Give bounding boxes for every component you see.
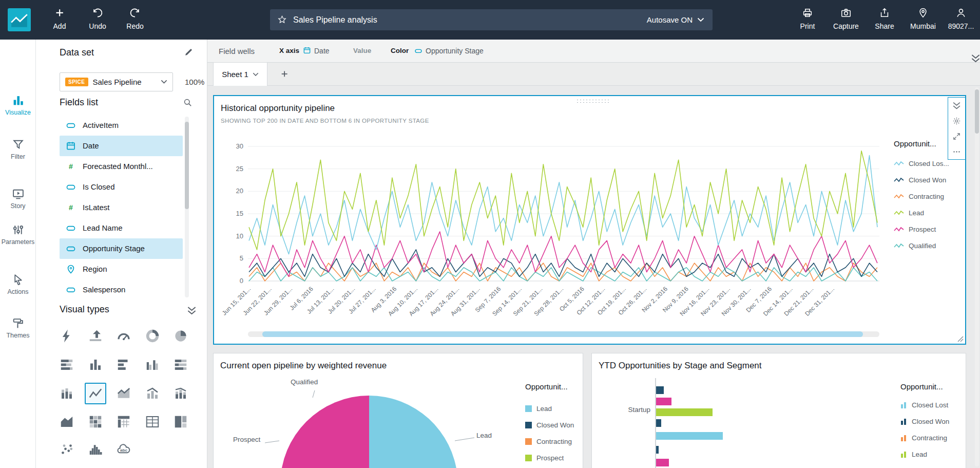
legend-item[interactable]: Lead <box>900 446 962 462</box>
visual-historical-pipeline[interactable]: Historical opportunity pipeline SHOWING … <box>213 95 966 345</box>
legend-item[interactable]: Lead <box>894 204 966 221</box>
region-button[interactable]: Mumbai <box>906 7 940 30</box>
parameters-icon <box>0 223 36 236</box>
edit-dataset-button[interactable] <box>184 47 194 57</box>
legend-item[interactable]: Closed Won <box>525 417 583 433</box>
fields-scrollbar[interactable] <box>185 117 189 297</box>
autosave-toggle[interactable]: Autosave ON <box>647 15 704 24</box>
measure-icon: # <box>66 161 76 172</box>
visual-type-hbar-100[interactable] <box>170 354 191 376</box>
visual-type-pie[interactable] <box>170 325 191 347</box>
visual-type-area[interactable] <box>56 411 78 433</box>
analysis-title-bar[interactable]: Sales Pipeline analysis Autosave ON <box>270 9 713 30</box>
resize-handle[interactable] <box>957 335 964 342</box>
print-button[interactable]: Print <box>792 7 823 30</box>
rail-item-filter[interactable]: Filter <box>0 138 36 160</box>
bar-chart-plot[interactable] <box>592 374 898 468</box>
rail-item-label: Visualize <box>0 109 36 116</box>
legend-item[interactable]: Contracting <box>900 429 962 446</box>
search-icon <box>183 98 193 107</box>
star-icon[interactable] <box>277 15 287 25</box>
visual-type-vbar-grouped[interactable] <box>142 354 163 376</box>
svg-text:25: 25 <box>236 165 243 173</box>
well-value-label[interactable]: Value <box>353 47 371 54</box>
legend-square-marker <box>525 438 532 445</box>
chart-scrollbar-thumb[interactable] <box>262 331 863 337</box>
visual-type-vbar-stacked[interactable] <box>56 383 78 404</box>
legend-item[interactable]: Prospect <box>894 221 966 237</box>
visual-type-vbar[interactable] <box>85 354 106 376</box>
well-color-label[interactable]: Color <box>391 47 409 54</box>
field-item-activeitem[interactable]: ActiveItem <box>60 115 183 136</box>
search-fields-button[interactable] <box>183 98 193 107</box>
hbar-100-icon <box>173 357 188 372</box>
ellipsis-icon[interactable] <box>948 144 965 159</box>
legend-item[interactable]: Closed Won <box>894 172 966 188</box>
legend-item[interactable]: Contracting <box>525 433 583 450</box>
rail-item-story[interactable]: Story <box>0 188 36 210</box>
capture-button[interactable]: Capture <box>829 7 863 30</box>
redo-button[interactable]: Redo <box>122 7 148 30</box>
field-item-opportunity-stage[interactable]: Opportunity Stage <box>60 238 183 259</box>
expand-icon[interactable] <box>948 128 965 144</box>
well-x-axis-value[interactable]: Date <box>314 47 330 55</box>
share-button[interactable]: Share <box>869 7 900 30</box>
visual-type-area-line[interactable] <box>113 383 134 404</box>
visual-type-scatter[interactable] <box>56 439 78 460</box>
visual-type-treemap[interactable] <box>170 411 191 433</box>
visual-type-table[interactable] <box>142 411 163 433</box>
field-item-region[interactable]: Region <box>60 259 183 279</box>
visual-open-pipeline-pie[interactable]: Current open pipeline by weighted revenu… <box>213 353 583 468</box>
visual-type-donut[interactable] <box>142 325 163 347</box>
field-wells-label: Field wells <box>219 47 255 55</box>
plus-icon <box>280 69 289 79</box>
rail-item-themes[interactable]: Themes <box>0 317 36 339</box>
field-item-salesperson[interactable]: Salesperson <box>60 279 183 300</box>
rail-item-parameters[interactable]: Parameters <box>0 223 36 246</box>
rail-item-visualize[interactable]: Visualize <box>0 94 36 116</box>
visual-ytd-opportunities-bar[interactable]: YTD Opportunities by Stage and Segment S… <box>591 353 966 468</box>
tab-sheet-1[interactable]: Sheet 1 <box>213 63 267 86</box>
rail-item-actions[interactable]: Actions <box>0 273 36 295</box>
legend-item[interactable]: Closed Lost <box>900 397 962 413</box>
legend-item[interactable]: Lead <box>525 400 583 417</box>
line-chart-plot[interactable]: 051015202530Jun 15, 201...Jun 22, 201...… <box>214 139 897 331</box>
visual-type-pivot-table[interactable] <box>113 411 134 433</box>
add-button[interactable]: Add <box>48 7 71 30</box>
legend-item[interactable]: Qualified <box>894 237 966 254</box>
visual-type-histogram[interactable] <box>85 439 106 460</box>
drag-handle[interactable] <box>576 99 609 103</box>
collapse-visual-types-button[interactable] <box>187 306 197 315</box>
chart-horizontal-scrollbar[interactable] <box>248 331 879 337</box>
legend-item[interactable]: Contracting <box>894 188 966 204</box>
visual-type-combo-stacked[interactable] <box>170 383 191 404</box>
well-x-axis-label[interactable]: X axis <box>279 47 299 54</box>
dbl-chevron-down-icon[interactable] <box>948 98 965 113</box>
visual-type-line[interactable] <box>85 383 106 404</box>
visual-type-hbar[interactable] <box>113 354 134 376</box>
visual-type-gauge[interactable] <box>113 325 134 347</box>
dataset-dropdown[interactable]: SPICE Sales Pipeline <box>60 72 173 91</box>
visual-type-heatmap[interactable] <box>85 411 106 433</box>
fields-scrollbar-thumb[interactable] <box>185 122 189 209</box>
field-item-forecasted-monthl-[interactable]: #Forecasted Monthl... <box>60 156 183 177</box>
legend-item[interactable]: Closed Won <box>900 413 962 429</box>
canvas-scrollbar-thumb[interactable] <box>975 89 979 134</box>
field-item-islatest[interactable]: #IsLatest <box>60 197 183 218</box>
field-item-is-closed[interactable]: Is Closed <box>60 177 183 197</box>
visual-type-auto-graph[interactable] <box>56 325 78 347</box>
well-color-value[interactable]: Opportunity Stage <box>426 47 484 55</box>
gear-icon[interactable] <box>948 113 965 128</box>
account-button[interactable]: 89027... <box>943 7 979 30</box>
visual-type-bar-line[interactable] <box>142 383 163 404</box>
canvas-scrollbar[interactable] <box>975 87 979 466</box>
visual-type-word-cloud[interactable]: abc <box>113 439 134 460</box>
visual-type-kpi[interactable] <box>85 325 106 347</box>
legend-item[interactable]: Prospect <box>525 450 583 466</box>
field-item-lead-name[interactable]: Lead Name <box>60 218 183 238</box>
undo-button[interactable]: Undo <box>84 7 111 30</box>
visual-type-hbar-stacked[interactable] <box>56 354 78 376</box>
quicksight-logo[interactable] <box>8 8 31 31</box>
add-sheet-button[interactable] <box>278 67 291 81</box>
field-item-date[interactable]: Date <box>60 136 183 156</box>
